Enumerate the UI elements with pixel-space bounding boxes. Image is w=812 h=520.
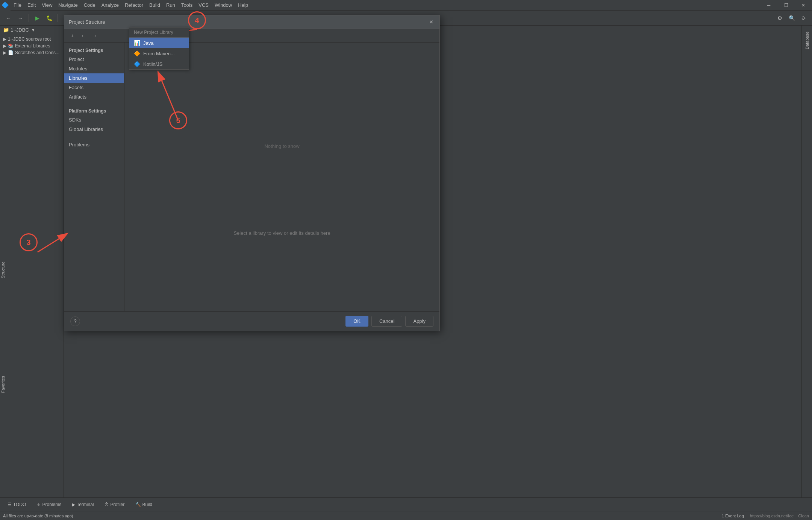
back-nav-button[interactable]: ← xyxy=(79,31,88,41)
forward-nav-button[interactable]: → xyxy=(90,31,100,41)
tab-terminal-label: Terminal xyxy=(77,502,94,507)
database-panel-label[interactable]: Database xyxy=(804,29,810,52)
annotation-4: 4 xyxy=(188,11,206,29)
nav-item-artifacts[interactable]: Artifacts xyxy=(64,92,124,102)
dialog-close-button[interactable]: ✕ xyxy=(427,18,435,26)
dialog-body: Project Settings Project Modules Librari… xyxy=(64,43,439,311)
nav-item-sdks[interactable]: SDKs xyxy=(64,115,124,125)
debug-button[interactable]: 🐛 xyxy=(44,13,55,23)
content-area: Nothing to show Select a library to view… xyxy=(124,56,439,311)
ext-libs-icon: 📚 xyxy=(8,43,14,49)
tree-item-ext-libs[interactable]: ▶ 📚 External Libraries xyxy=(0,43,64,49)
status-left: All files are up-to-date (8 minutes ago) xyxy=(3,514,73,518)
dialog-content: Nothing to show Select a library to view… xyxy=(124,43,439,311)
footer-buttons: OK Cancel Apply xyxy=(345,316,433,327)
menu-analyze[interactable]: Analyze xyxy=(98,0,122,10)
nav-item-facets[interactable]: Facets xyxy=(64,83,124,92)
nav-item-modules[interactable]: Modules xyxy=(64,64,124,73)
help-button[interactable]: ? xyxy=(70,316,80,326)
project-tree: ▶ 1~JDBC sources root ▶ 📚 External Libra… xyxy=(0,34,64,58)
project-settings-section: Project Settings xyxy=(64,46,124,55)
project-sidebar: 📁 1~JDBC ▾ ▶ 1~JDBC sources root ▶ 📚 Ext… xyxy=(0,26,64,497)
tab-problems[interactable]: ⚠ Problems xyxy=(32,500,66,509)
bottom-tabs: ☰ TODO ⚠ Problems ▶ Terminal ⏱ Profiler … xyxy=(0,497,812,511)
todo-icon: ☰ xyxy=(8,502,12,507)
minimize-button[interactable]: ─ xyxy=(760,0,777,11)
select-library-hint: Select a library to view or edit its det… xyxy=(233,230,330,236)
dropdown-item-maven[interactable]: 🔶 From Maven... xyxy=(129,48,189,59)
tab-todo[interactable]: ☰ TODO xyxy=(3,500,30,509)
gear-icon[interactable]: ⛭ xyxy=(798,13,809,23)
apply-button[interactable]: Apply xyxy=(405,316,433,327)
tab-terminal[interactable]: ▶ Terminal xyxy=(67,500,98,509)
folder-icon: ▶ xyxy=(3,36,6,42)
menu-navigate[interactable]: Navigate xyxy=(55,0,80,10)
back-button[interactable]: ← xyxy=(3,13,14,23)
menu-window[interactable]: Window xyxy=(212,0,235,10)
nothing-to-show-label: Nothing to show xyxy=(264,143,299,149)
dropdown-item-java[interactable]: 📊 Java xyxy=(129,38,189,48)
dialog-nav: Project Settings Project Modules Librari… xyxy=(64,43,124,311)
menu-tools[interactable]: Tools xyxy=(178,0,195,10)
nav-item-project[interactable]: Project xyxy=(64,55,124,64)
toolbar-separator-2 xyxy=(58,14,58,22)
annotation-3: 3 xyxy=(20,233,38,251)
toolbar-separator xyxy=(29,14,29,22)
nav-item-global-libraries[interactable]: Global Libraries xyxy=(64,125,124,134)
java-icon: 📊 xyxy=(134,40,140,46)
project-tree-icon: 📁 xyxy=(3,27,9,33)
window-controls: ─ ❐ ✕ xyxy=(760,0,812,11)
dialog-toolbar: + ← → xyxy=(64,29,439,43)
event-log[interactable]: 1 Event Log xyxy=(722,514,744,518)
status-url: https://blog.csdn.net/Ice__Clean xyxy=(750,514,809,518)
menu-view[interactable]: View xyxy=(39,0,55,10)
tree-item-jdbc[interactable]: ▶ 1~JDBC sources root xyxy=(0,36,64,43)
dialog-title: Project Structure xyxy=(69,19,105,25)
top-menubar: 🔷 File Edit View Navigate Code Analyze R… xyxy=(0,0,812,11)
search-button[interactable]: 🔍 xyxy=(786,13,797,23)
status-right: 1 Event Log https://blog.csdn.net/Ice__C… xyxy=(722,514,809,518)
project-dropdown-icon: ▾ xyxy=(32,27,35,33)
structure-vertical-label[interactable]: Structure xyxy=(0,260,8,280)
cancel-button[interactable]: Cancel xyxy=(371,316,402,327)
status-bar: All files are up-to-date (8 minutes ago)… xyxy=(0,511,812,520)
tab-profiler-label: Profiler xyxy=(111,502,125,507)
dropdown-item-java-label: Java xyxy=(143,40,153,46)
menu-edit[interactable]: Edit xyxy=(24,0,39,10)
kotlin-icon: 🔷 xyxy=(134,61,140,67)
menu-vcs[interactable]: VCS xyxy=(195,0,212,10)
tab-problems-label: Problems xyxy=(42,502,61,507)
add-library-button[interactable]: + xyxy=(67,31,77,41)
nav-item-problems[interactable]: Problems xyxy=(64,140,124,149)
dropdown-item-kotlin[interactable]: 🔷 Kotlin/JS xyxy=(129,59,189,69)
project-header[interactable]: 📁 1~JDBC ▾ xyxy=(0,26,64,34)
maven-icon: 🔶 xyxy=(134,50,140,56)
dropdown-item-kotlin-label: Kotlin/JS xyxy=(143,61,162,67)
nav-item-libraries[interactable]: Libraries xyxy=(64,73,124,83)
close-button[interactable]: ✕ xyxy=(795,0,812,11)
folder-icon: ▶ xyxy=(3,43,6,49)
ok-button[interactable]: OK xyxy=(345,316,368,327)
menu-build[interactable]: Build xyxy=(146,0,163,10)
menu-run[interactable]: Run xyxy=(163,0,178,10)
dropdown-header: New Project Library xyxy=(129,27,189,38)
favorites-vertical-label[interactable]: Favorites xyxy=(0,374,8,394)
terminal-icon: ▶ xyxy=(72,502,75,507)
problems-icon: ⚠ xyxy=(36,502,41,507)
forward-button[interactable]: → xyxy=(15,13,26,23)
dropdown-item-maven-label: From Maven... xyxy=(143,51,175,56)
run-button[interactable]: ▶ xyxy=(32,13,42,23)
right-panel: Database xyxy=(801,26,812,497)
restore-button[interactable]: ❐ xyxy=(777,0,795,11)
menu-refactor[interactable]: Refactor xyxy=(122,0,146,10)
project-name: 1~JDBC xyxy=(11,27,29,33)
tab-profiler[interactable]: ⏱ Profiler xyxy=(100,500,129,509)
tree-item-scratches[interactable]: ▶ 📄 Scratches and Cons... xyxy=(0,49,64,56)
tab-build[interactable]: 🔨 Build xyxy=(131,500,157,509)
new-library-dropdown: New Project Library 📊 Java 🔶 From Maven.… xyxy=(129,27,189,70)
settings-button[interactable]: ⚙ xyxy=(774,13,785,23)
menu-file[interactable]: File xyxy=(11,0,24,10)
tab-todo-label: TODO xyxy=(13,502,26,507)
menu-code[interactable]: Code xyxy=(81,0,98,10)
menu-help[interactable]: Help xyxy=(235,0,251,10)
